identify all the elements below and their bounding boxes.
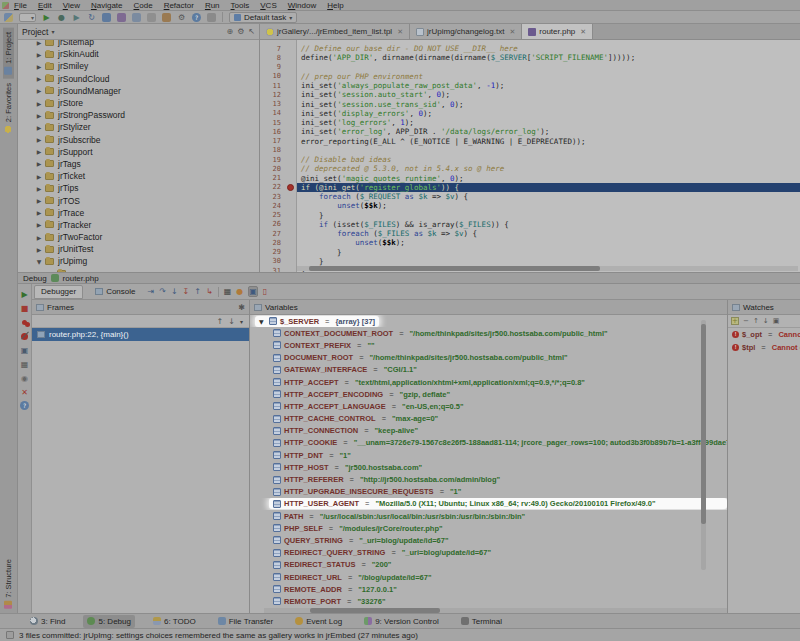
close-icon[interactable]: ✕	[509, 28, 515, 36]
tree-item-jrsoundcloud[interactable]: ▶jrSoundCloud	[18, 73, 259, 85]
settings-icon[interactable]: ⚙	[177, 13, 186, 22]
menu-refactor[interactable]: Refactor	[164, 1, 194, 10]
tree-item-jrstylizer[interactable]: ▶jrStylizer	[18, 121, 259, 133]
chevron-right-icon[interactable]: ▶	[35, 63, 43, 70]
resume-program-icon[interactable]: ▶	[20, 289, 30, 299]
variable-row-root[interactable]: ▼$_SERVER={array} [37]	[250, 315, 727, 327]
sync-icon[interactable]: ↻	[87, 13, 96, 22]
upload-icon[interactable]	[162, 13, 171, 22]
remote-host-icon[interactable]	[147, 13, 156, 22]
tool-window-button-9-version-control[interactable]: 9: Version Control	[360, 615, 443, 628]
tree-item-jrsoundmanager[interactable]: ▶jrSoundManager	[18, 85, 259, 97]
tool-window-button-7-structure[interactable]: 7: Structure	[3, 555, 14, 613]
tree-item-jrtips[interactable]: ▶jrTips	[18, 182, 259, 194]
step-out-icon[interactable]: ↑	[194, 287, 201, 296]
step-into-icon[interactable]: ↓	[171, 287, 178, 296]
variable-row-http-accept-language[interactable]: HTTP_ACCEPT_LANGUAGE="en-US,en;q=0.5"	[250, 400, 727, 412]
variables-vscrollbar[interactable]	[701, 320, 706, 570]
close-icon[interactable]: ✕	[397, 28, 403, 36]
menu-file[interactable]: File	[14, 1, 27, 10]
menu-help[interactable]: Help	[327, 1, 343, 10]
variables-hscrollbar[interactable]	[264, 608, 727, 613]
pin-tab-icon[interactable]: ◉	[20, 373, 30, 383]
close-icon[interactable]: ✕	[580, 28, 586, 36]
chevron-right-icon[interactable]: ▶	[35, 160, 43, 167]
editor-tab-jrupimg-changelog-txt[interactable]: jrUpimg/changelog.txt✕	[410, 24, 522, 39]
code-area[interactable]: 7// Define our base dir - DO NOT USE __D…	[260, 40, 800, 272]
tree-item-jrtos[interactable]: ▶jrTOS	[18, 194, 259, 206]
restore-layout-icon[interactable]: ▣	[20, 345, 30, 355]
tool-window-button-1-project[interactable]: 1: Project	[3, 28, 14, 79]
copy-watch-icon[interactable]: ▣	[773, 317, 780, 325]
chevron-right-icon[interactable]: ▶	[35, 75, 43, 82]
variables-hscroll-thumb[interactable]	[310, 608, 440, 613]
evaluate-expression-icon[interactable]: ▦	[20, 359, 30, 369]
variable-row-http-host[interactable]: HTTP_HOST="jr500.hostsaba.com"	[250, 461, 727, 473]
chevron-down-icon[interactable]: ▼	[259, 318, 266, 325]
menu-vcs[interactable]: VCS	[260, 1, 276, 10]
editor-tab-router-php[interactable]: router.php✕	[522, 24, 593, 39]
step-over-icon[interactable]: ↷	[159, 287, 166, 296]
tree-item-jrstore[interactable]: ▶jrStore	[18, 97, 259, 109]
tool-window-button-2-favorites[interactable]: 2: Favorites	[3, 79, 14, 137]
chevron-down-icon[interactable]: ▼	[35, 258, 43, 265]
tab-console[interactable]: Console	[88, 285, 142, 299]
tree-item-jrsitemap[interactable]: ▶jrSitemap	[18, 40, 259, 48]
default-task-combo[interactable]: Default task ▾	[229, 12, 297, 23]
move-watch-down-icon[interactable]: ↓	[763, 317, 769, 325]
variable-row-http-cookie[interactable]: HTTP_COOKIE="__unam=3726e79-1567c8e26f5-…	[250, 437, 727, 449]
chevron-right-icon[interactable]: ▶	[35, 173, 43, 180]
clear-icon[interactable]: ▯	[263, 287, 267, 296]
status-icon[interactable]	[6, 631, 14, 639]
thread-dropdown-icon[interactable]: ▾	[240, 318, 243, 325]
variables-vscroll-thumb[interactable]	[701, 324, 706, 524]
show-execution-point-icon[interactable]: ⇥	[148, 287, 155, 296]
tool-window-button-event-log[interactable]: Event Log	[291, 615, 346, 628]
commit-icon[interactable]	[102, 13, 111, 22]
chevron-right-icon[interactable]: ▶	[35, 234, 43, 241]
tree-item-jrunittest[interactable]: ▶jrUnitTest	[18, 243, 259, 255]
tree-item-jrtracker[interactable]: ▶jrTracker	[18, 219, 259, 231]
run-icon[interactable]: ▶	[42, 13, 51, 22]
remove-watch-icon[interactable]: −	[743, 317, 749, 325]
tree-item-jrtags[interactable]: ▶jrTags	[18, 158, 259, 170]
tool-window-button-terminal[interactable]: Terminal	[457, 615, 506, 628]
tool-window-button-5-debug[interactable]: 5: Debug	[83, 615, 134, 628]
chevron-right-icon[interactable]: ▶	[35, 246, 43, 253]
collapse-all-icon[interactable]: ⊕	[226, 27, 233, 36]
evaluate-expression-icon[interactable]: ▦	[224, 287, 232, 296]
variable-row-context-document-root[interactable]: CONTEXT_DOCUMENT_ROOT="/home/thinkpad/si…	[250, 327, 727, 339]
force-step-into-icon[interactable]: ↧	[183, 287, 190, 296]
variable-row-http-accept[interactable]: HTTP_ACCEPT="text/html,application/xhtml…	[250, 376, 727, 388]
breakpoint-slot[interactable]	[284, 184, 297, 191]
variable-row-http-cache-control[interactable]: HTTP_CACHE_CONTROL="max-age=0"	[250, 413, 727, 425]
watch-row-tpl[interactable]: !$tpl=Cannot evaluate	[728, 341, 800, 354]
tool-window-button-6-todo[interactable]: 6: TODO	[149, 615, 200, 628]
tree-item-jrticket[interactable]: ▶jrTicket	[18, 170, 259, 182]
editor-hscroll-thumb[interactable]	[309, 266, 600, 271]
chevron-right-icon[interactable]: ▶	[35, 124, 43, 131]
print-icon[interactable]	[207, 13, 216, 22]
variable-row-remote-addr[interactable]: REMOTE_ADDR="127.0.0.1"	[250, 583, 727, 595]
variable-row-http-dnt[interactable]: HTTP_DNT="1"	[250, 449, 727, 461]
chevron-right-icon[interactable]: ▶	[35, 209, 43, 216]
previous-frame-icon[interactable]: ↑	[217, 317, 224, 326]
menu-view[interactable]: View	[63, 1, 80, 10]
help-icon[interactable]: ?	[192, 13, 201, 22]
tree-item-jrskinaudit[interactable]: ▶jrSkinAudit	[18, 48, 259, 60]
variable-row-http-referer[interactable]: HTTP_REFERER="http://jr500.hostsaba.com/…	[250, 473, 727, 485]
menu-edit[interactable]: Edit	[38, 1, 52, 10]
chevron-right-icon[interactable]: ▶	[35, 112, 43, 119]
tree-item-jrstrongpassword[interactable]: ▶jrStrongPassword	[18, 109, 259, 121]
mute-breakpoints-icon[interactable]	[20, 331, 30, 341]
variable-row-http-upgrade-insecure-requests[interactable]: HTTP_UPGRADE_INSECURE_REQUESTS="1"	[250, 486, 727, 498]
tool-window-button-file-transfer[interactable]: File Transfer	[214, 615, 277, 628]
chevron-right-icon[interactable]: ▶	[35, 197, 43, 204]
chevron-right-icon[interactable]: ▶	[35, 40, 43, 46]
tree-item-jrsubscribe[interactable]: ▶jrSubscribe	[18, 134, 259, 146]
move-watch-up-icon[interactable]: ↑	[753, 317, 759, 325]
open-project-icon[interactable]	[4, 13, 13, 22]
variable-row-php-self[interactable]: PHP_SELF="/modules/jrCore/router.php"	[250, 522, 727, 534]
menu-window[interactable]: Window	[288, 1, 316, 10]
tree-item-jrupimg[interactable]: ▼jrUpimg	[18, 255, 259, 267]
